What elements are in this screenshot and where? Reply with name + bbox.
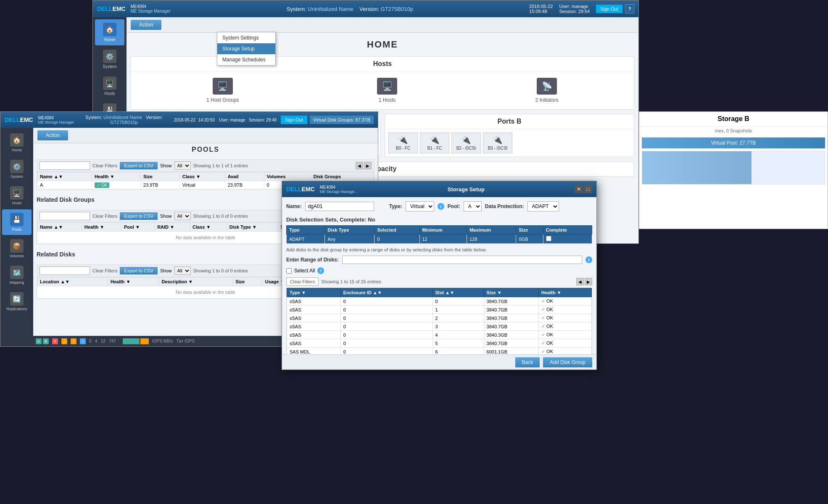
- disks-next-arrow[interactable]: ▶: [585, 278, 592, 285]
- range-input[interactable]: [342, 256, 582, 264]
- complete-checkbox[interactable]: [546, 236, 551, 241]
- system-icon: ⚙️: [103, 50, 116, 63]
- disks-search-input[interactable]: [40, 267, 90, 275]
- table-row: sSAS 0 4 3840.3GB ✓ OK: [287, 331, 592, 339]
- sdisk-col-health: Health ▼: [538, 288, 591, 297]
- pools-sidebar-items: 🏠 Home ⚙️ System 🖥️ Hosts 💾 Pools 📦 Volu…: [0, 128, 33, 315]
- port-b3: 🔌 B3 - iSCSI: [483, 132, 512, 153]
- disk-size: 3840.7GB: [484, 314, 538, 322]
- sign-out-button[interactable]: Sign Out: [596, 5, 622, 13]
- disk-groups-export-csv-button[interactable]: Export to CSV: [120, 212, 158, 220]
- home-action-button[interactable]: Action: [131, 20, 161, 30]
- pools-sidebar-home[interactable]: 🏠 Home: [2, 130, 32, 156]
- disk-groups-clear-filters-button[interactable]: Clear Filters: [92, 214, 117, 219]
- disks-show-select[interactable]: All: [174, 267, 191, 275]
- home-session: User: manage Session: 29:54: [559, 4, 590, 14]
- col-type: Type: [287, 226, 325, 235]
- col-avail: Avail: [225, 172, 264, 181]
- pools-sidebar-mapping[interactable]: 🗺️ Mapping: [2, 262, 32, 288]
- disk-health: ✓ OK: [538, 314, 591, 322]
- pools-search-input[interactable]: [40, 161, 90, 170]
- storage-b-sub: mes, 0 Snapshots: [639, 127, 828, 135]
- data-protection-select[interactable]: ADAPT: [527, 201, 559, 211]
- add-disk-group-button[interactable]: Add Disk Group: [543, 357, 592, 367]
- sidebar-item-system[interactable]: ⚙️ System: [95, 46, 124, 72]
- pools-sidebar-system[interactable]: ⚙️ System: [2, 156, 32, 182]
- pools-sidebar-hosts[interactable]: 🖥️ Hosts: [2, 183, 32, 208]
- disk-col-location: Location ▲▼: [37, 277, 108, 286]
- host-card-hosts: 🖥️ 1 Hosts: [377, 78, 397, 103]
- name-input[interactable]: [305, 202, 374, 211]
- pools-show-select[interactable]: All: [174, 161, 191, 170]
- setup-clear-filters-button[interactable]: Clear Filters: [286, 277, 319, 286]
- home-hosts-section: Hosts 🖥️ 1 Host Groups 🖥️ 1 Hosts 📡 2 In…: [131, 56, 634, 110]
- disks-nav-arrows: ◀ ▶: [576, 278, 592, 285]
- disk-groups-show-select[interactable]: All: [174, 212, 191, 220]
- sel-type: ADAPT: [287, 235, 325, 244]
- table-row: sSAS 0 3 3840.7GB ✓ OK: [287, 322, 592, 331]
- dg-col-name: Name ▲▼: [37, 223, 82, 232]
- disk-col-size: Size: [233, 277, 262, 286]
- setup-disks-table: Type ▼ Enclosure ID ▲▼ Slot ▲▼ Size ▼ He…: [287, 288, 592, 354]
- sdisk-col-type: Type ▼: [287, 288, 341, 297]
- sidebar-label-hosts: Hosts: [104, 91, 115, 96]
- pools-sidebar: 🏠 Home ⚙️ System 🖥️ Hosts 💾 Pools 📦 Volu…: [0, 128, 33, 346]
- indicator-b: B: [43, 338, 49, 344]
- dropdown-manage-schedules[interactable]: Manage Schedules: [217, 54, 275, 65]
- pools-sidebar-pools[interactable]: 💾 Pools: [2, 209, 32, 235]
- disk-health: ✓ OK: [538, 348, 591, 355]
- pool-select[interactable]: A: [464, 201, 482, 211]
- pools-next-arrow[interactable]: ▶: [364, 162, 372, 169]
- storage-b-panel: Storage B mes, 0 Snapshots Virtual Pool:…: [639, 111, 828, 229]
- col-complete: Complete: [543, 226, 592, 235]
- ports-b-title: Ports B: [385, 114, 634, 129]
- disk-type: sSAS: [287, 314, 341, 322]
- back-button[interactable]: Back: [515, 357, 540, 367]
- setup-disks-header: Type ▼ Enclosure ID ▲▼ Slot ▲▼ Size ▼ He…: [287, 288, 592, 297]
- dropdown-storage-setup[interactable]: Storage Setup: [217, 43, 275, 54]
- pools-sidebar-volumes[interactable]: 📦 Volumes: [2, 236, 32, 261]
- help-button[interactable]: ?: [625, 4, 634, 13]
- disk-enc: 0: [340, 348, 432, 355]
- setup-dell-logo: DELLEMC: [286, 186, 315, 193]
- sdisk-col-size: Size ▼: [484, 288, 538, 297]
- port-b1: 🔌 B1 - FC: [420, 132, 449, 153]
- pools-action-button[interactable]: Action: [37, 130, 68, 140]
- col-disk-groups: Disk Groups: [311, 172, 374, 181]
- setup-title: Storage Setup: [358, 186, 575, 193]
- pools-sidebar-replications[interactable]: 🔄 Replications: [2, 289, 32, 314]
- dg-col-raid: RAID ▼: [155, 223, 190, 232]
- type-select[interactable]: Virtual: [406, 201, 434, 211]
- home-sys-info: System: Uninitialized Name Version: GT27…: [171, 6, 529, 12]
- pools-table-toolbar: Clear Filters Export to CSV Show All Sho…: [37, 160, 374, 172]
- disk-selection-title: Disk Selection Sets, Complete: No: [286, 215, 592, 225]
- ports-b-grid: 🔌 B0 - FC 🔌 B1 - FC 🔌 B2 - iSCSI 🔌 B3 - …: [385, 129, 634, 157]
- disks-clear-filters-button[interactable]: Clear Filters: [92, 268, 117, 273]
- disk-groups-search-input[interactable]: [40, 212, 90, 220]
- setup-close-icon[interactable]: ✕: [575, 185, 583, 193]
- pools-replications-icon: 🔄: [10, 292, 24, 306]
- select-all-checkbox[interactable]: [286, 268, 292, 274]
- disks-export-csv-button[interactable]: Export to CSV: [120, 267, 158, 274]
- disk-enc: 0: [340, 306, 432, 314]
- pools-prev-arrow[interactable]: ◀: [356, 162, 363, 169]
- sidebar-item-home[interactable]: 🏠 Home: [95, 19, 124, 45]
- disk-slot: 6: [432, 348, 484, 355]
- pools-clear-filters-button[interactable]: Clear Filters: [92, 163, 117, 168]
- pool-class: Virtual: [179, 181, 225, 189]
- pools-show-label: Show: [160, 163, 172, 168]
- pools-export-csv-button[interactable]: Export to CSV: [120, 162, 158, 169]
- pool-bar: [642, 151, 752, 184]
- col-size: Size: [516, 226, 543, 235]
- disk-health: ✓ OK: [538, 331, 591, 339]
- pools-sign-out-button[interactable]: Sign Out: [281, 116, 307, 124]
- dropdown-system-settings[interactable]: System Settings: [217, 32, 275, 43]
- disks-prev-arrow[interactable]: ◀: [576, 278, 584, 285]
- sdisk-col-slot: Slot ▲▼: [432, 288, 484, 297]
- pools-volumes-icon: 📦: [10, 239, 24, 253]
- setup-maximize-icon[interactable]: □: [584, 185, 592, 193]
- sidebar-item-hosts[interactable]: 🖥️ Hosts: [95, 73, 124, 99]
- port-b1-name: B1 - FC: [424, 146, 446, 150]
- home-icon: 🏠: [103, 23, 116, 36]
- pools-model: ME4084 ME Storage Manager: [38, 116, 74, 124]
